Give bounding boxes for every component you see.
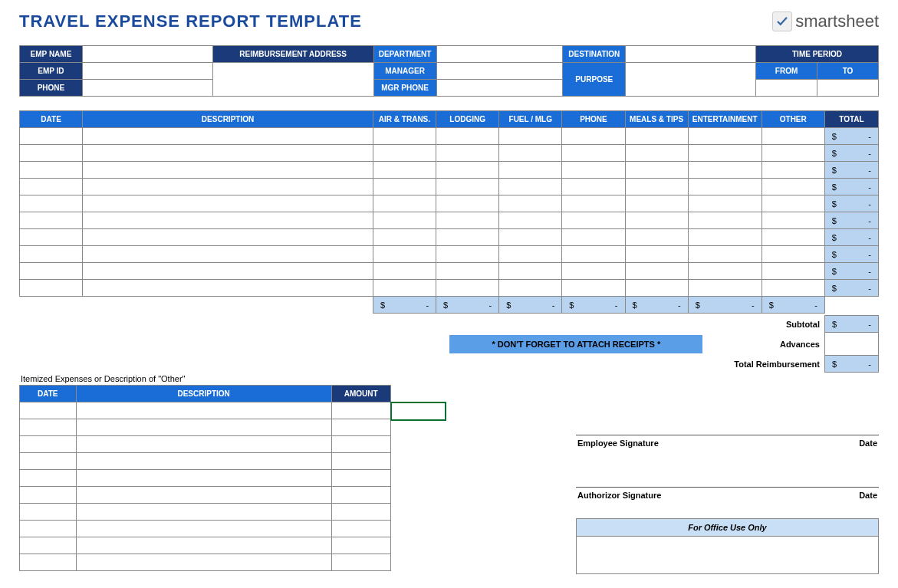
expense-cell[interactable] [562,195,625,212]
expense-cell[interactable] [562,212,625,229]
expense-cell[interactable] [83,280,373,297]
item-cell[interactable] [331,554,390,571]
emp-sig-line[interactable] [576,409,879,435]
expense-cell[interactable] [562,128,625,145]
input-purpose[interactable] [626,63,756,97]
expense-cell[interactable] [20,195,83,212]
expense-cell[interactable] [761,162,824,179]
expense-cell[interactable] [688,195,761,212]
item-cell[interactable] [20,419,77,436]
expense-cell[interactable] [373,280,436,297]
expense-cell[interactable] [761,179,824,195]
expense-cell[interactable] [20,145,83,162]
expense-cell[interactable] [499,229,562,246]
expense-cell[interactable] [625,229,688,246]
expense-cell[interactable] [373,162,436,179]
input-from[interactable] [756,80,817,97]
item-cell[interactable] [331,436,390,453]
expense-cell[interactable] [373,229,436,246]
expense-cell[interactable] [761,212,824,229]
expense-cell[interactable] [20,162,83,179]
expense-cell[interactable] [20,280,83,297]
expense-cell[interactable] [625,162,688,179]
item-cell[interactable] [20,436,77,453]
expense-cell[interactable] [20,179,83,195]
expense-cell[interactable] [373,212,436,229]
expense-cell[interactable] [562,145,625,162]
expense-cell[interactable] [83,195,373,212]
expense-cell[interactable] [373,128,436,145]
expense-cell[interactable] [688,145,761,162]
expense-cell[interactable] [20,246,83,263]
expense-cell[interactable] [499,280,562,297]
expense-cell[interactable] [499,212,562,229]
expense-cell[interactable] [625,263,688,280]
expense-cell[interactable] [761,280,824,297]
expense-cell[interactable] [761,263,824,280]
expense-cell[interactable] [625,128,688,145]
item-cell[interactable] [76,537,331,554]
expense-cell[interactable] [83,162,373,179]
item-cell[interactable] [331,419,390,436]
item-cell[interactable] [76,521,331,537]
selected-cell[interactable] [391,402,446,420]
expense-cell[interactable] [688,246,761,263]
office-body[interactable] [577,537,878,573]
item-cell[interactable] [331,537,390,554]
expense-cell[interactable] [373,195,436,212]
expense-cell[interactable] [373,179,436,195]
expense-cell[interactable] [499,162,562,179]
item-cell[interactable] [331,402,390,419]
expense-cell[interactable] [688,263,761,280]
expense-cell[interactable] [499,145,562,162]
input-emp-name[interactable] [82,46,212,63]
item-cell[interactable] [76,554,331,571]
item-cell[interactable] [20,521,77,537]
expense-cell[interactable] [436,280,499,297]
expense-cell[interactable] [20,128,83,145]
expense-cell[interactable] [499,246,562,263]
expense-cell[interactable] [436,246,499,263]
expense-cell[interactable] [562,280,625,297]
expense-cell[interactable] [625,280,688,297]
expense-cell[interactable] [562,263,625,280]
input-destination[interactable] [626,46,756,63]
expense-cell[interactable] [625,212,688,229]
item-cell[interactable] [20,554,77,571]
expense-cell[interactable] [688,162,761,179]
item-cell[interactable] [20,487,77,504]
expense-cell[interactable] [20,263,83,280]
expense-cell[interactable] [625,246,688,263]
input-to[interactable] [817,80,879,97]
input-emp-id[interactable] [82,63,212,80]
input-phone[interactable] [82,80,212,97]
value-advances[interactable] [824,333,878,356]
expense-cell[interactable] [436,263,499,280]
expense-cell[interactable] [83,145,373,162]
expense-cell[interactable] [436,145,499,162]
expense-cell[interactable] [562,179,625,195]
expense-cell[interactable] [20,212,83,229]
item-cell[interactable] [76,436,331,453]
expense-cell[interactable] [761,229,824,246]
item-cell[interactable] [76,504,331,521]
input-department[interactable] [436,46,563,63]
expense-cell[interactable] [436,212,499,229]
expense-cell[interactable] [83,246,373,263]
expense-cell[interactable] [436,195,499,212]
item-cell[interactable] [20,402,77,419]
item-cell[interactable] [76,402,331,419]
item-cell[interactable] [331,504,390,521]
expense-cell[interactable] [688,179,761,195]
expense-cell[interactable] [499,195,562,212]
expense-cell[interactable] [761,195,824,212]
expense-cell[interactable] [688,280,761,297]
expense-cell[interactable] [688,212,761,229]
input-manager[interactable] [436,63,563,80]
expense-cell[interactable] [373,145,436,162]
item-cell[interactable] [331,521,390,537]
input-mgr-phone[interactable] [436,80,563,97]
expense-cell[interactable] [625,195,688,212]
expense-cell[interactable] [499,179,562,195]
expense-cell[interactable] [83,212,373,229]
